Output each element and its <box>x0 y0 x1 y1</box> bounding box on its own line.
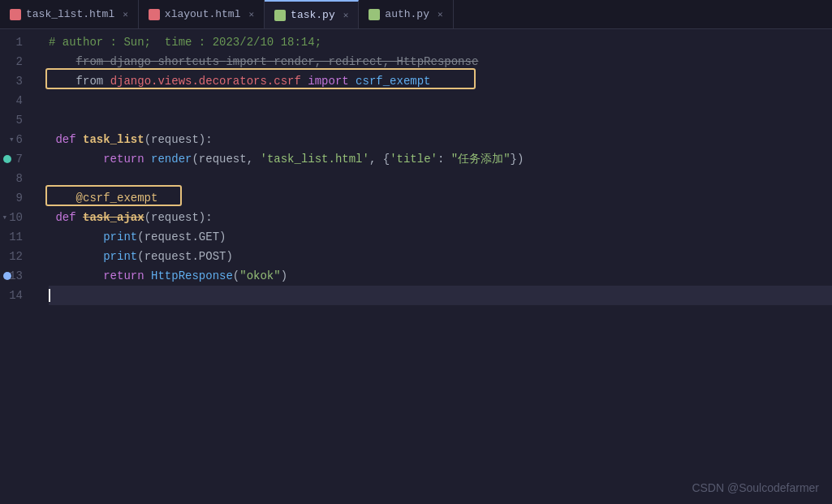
tab-label-task-list-html: task_list.html <box>26 8 114 20</box>
indicator-13 <box>3 272 11 280</box>
line-6-funcname: task_list <box>83 130 144 149</box>
gutter-line-13: 13 <box>0 266 32 286</box>
line-2-rest: render, redirect, HttpResponse <box>267 52 478 71</box>
tab-icon-xlayout-html <box>149 9 160 20</box>
code-line-7: return render ( request, 'task_list.html… <box>49 149 832 169</box>
tab-label-task-py: task.py <box>291 9 335 21</box>
code-line-10: def task_ajax ( request ): <box>49 208 832 227</box>
text-cursor <box>49 289 50 302</box>
line-12-print: print <box>103 247 137 266</box>
line-10-funcname: task_ajax <box>83 208 144 227</box>
gutter-line-5: 5 <box>0 110 32 130</box>
code-line-3: from django.views.decorators.csrf import… <box>49 71 832 91</box>
tab-task-py[interactable]: task.py ✕ <box>265 0 359 28</box>
line-13-return: return <box>103 266 151 286</box>
code-line-12: print ( request.POST ) <box>49 247 832 266</box>
line-7-template: 'task_list.html' <box>260 149 369 169</box>
gutter-line-14: 14 <box>0 286 32 305</box>
line-7-title-key: 'title' <box>390 149 438 169</box>
line-3-import: import <box>308 71 348 91</box>
tab-xlayout-html[interactable]: xlayout.html ✕ <box>139 0 265 28</box>
line-numbers-gutter: 1 2 3 4 5 ▾ 6 7 8 9 ▾ 10 11 12 13 14 <box>0 29 42 504</box>
line-3-from: from <box>76 71 110 91</box>
gutter-line-12: 12 <box>0 247 32 266</box>
line-13-httpresponse: HttpResponse <box>151 266 233 286</box>
tab-close-task-py[interactable]: ✕ <box>343 10 349 20</box>
gutter-line-2: 2 <box>0 52 32 71</box>
line-11-print: print <box>103 227 137 247</box>
editor: 1 2 3 4 5 ▾ 6 7 8 9 ▾ 10 11 12 13 14 # a… <box>0 29 832 504</box>
code-line-13: return HttpResponse ( "okok" ) <box>49 266 832 286</box>
gutter-line-11: 11 <box>0 227 32 247</box>
line-7-title-val: "任务添加" <box>451 149 511 169</box>
tab-bar: task_list.html ✕ xlayout.html ✕ task.py … <box>0 0 832 29</box>
code-line-4 <box>49 91 832 110</box>
line-9-decorator: @csrf_exempt <box>76 188 158 208</box>
code-area[interactable]: # author : Sun; time : 2023/2/10 18:14; … <box>42 29 832 504</box>
line-2-import: import <box>226 52 266 71</box>
line-10-def: def <box>55 208 83 227</box>
line-7-render: render <box>151 149 192 169</box>
tab-icon-html <box>10 9 21 20</box>
tab-icon-auth-py <box>369 9 380 20</box>
gutter-line-3: 3 <box>0 71 32 91</box>
gutter-line-9: 9 <box>0 188 32 208</box>
watermark: CSDN @Soulcodefarmer <box>692 481 819 494</box>
tab-label-auth-py: auth.py <box>385 8 429 20</box>
tab-task-list-html[interactable]: task_list.html ✕ <box>0 0 139 28</box>
line-7-return: return <box>103 149 151 169</box>
line-1-comment: # author : Sun; time : 2023/2/10 18:14; <box>49 32 321 52</box>
code-line-9: @csrf_exempt <box>49 188 832 208</box>
code-line-11: print ( request.GET ) <box>49 227 832 247</box>
gutter-line-4: 4 <box>0 91 32 110</box>
tab-close-task-list-html[interactable]: ✕ <box>123 9 128 19</box>
code-line-14 <box>49 286 832 305</box>
line-3-csrf-exempt: csrf_exempt <box>356 71 430 91</box>
code-line-2: from django shortcuts import render, red… <box>49 52 832 71</box>
line-3-module: django.views.decorators.csrf <box>110 71 301 91</box>
fold-icon-10[interactable]: ▾ <box>2 208 8 227</box>
fold-icon-6[interactable]: ▾ <box>9 130 15 149</box>
line-13-okok: "okok" <box>239 266 280 286</box>
gutter-line-7: 7 <box>0 149 32 169</box>
line-2-from: from django shortcuts <box>76 52 226 71</box>
line-6-def: def <box>55 130 83 149</box>
gutter-line-6: ▾ 6 <box>0 130 32 149</box>
code-line-6: def task_list ( request ): <box>49 130 832 149</box>
tab-close-auth-py[interactable]: ✕ <box>438 9 443 19</box>
tab-auth-py[interactable]: auth.py ✕ <box>359 0 453 28</box>
gutter-line-10: ▾ 10 <box>0 208 32 227</box>
tab-label-xlayout-html: xlayout.html <box>165 8 241 20</box>
gutter-line-1: 1 <box>0 32 32 52</box>
tab-close-xlayout-html[interactable]: ✕ <box>248 9 254 19</box>
code-line-1: # author : Sun; time : 2023/2/10 18:14; <box>49 32 832 52</box>
gutter-line-8: 8 <box>0 169 32 188</box>
code-line-5 <box>49 110 832 130</box>
breakpoint-7[interactable] <box>3 155 11 163</box>
code-line-8 <box>49 169 832 188</box>
tab-icon-task-py <box>274 10 286 21</box>
